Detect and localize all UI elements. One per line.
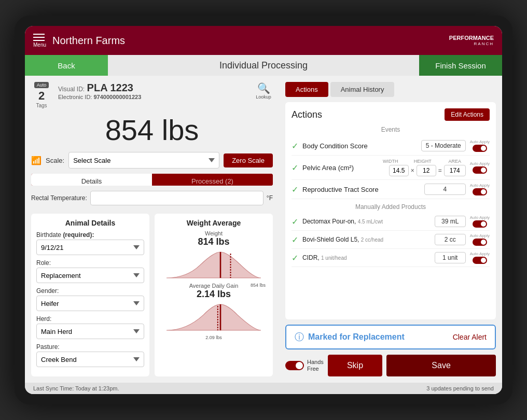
left-panel: Auto 2 Tags Visual ID: PLA 1223 Electron… [25, 76, 279, 383]
check-icon-bcs: ✓ [292, 141, 298, 151]
auto-badge: Auto [34, 82, 49, 88]
lookup-label: Lookup [256, 94, 271, 100]
product-name-cidr: CIDR, 1 unit/head [302, 254, 431, 261]
herd-group: Herd: Main Herd [36, 315, 144, 339]
actions-header: Actions Edit Actions [292, 108, 490, 121]
toggle-pelvic[interactable] [473, 166, 487, 174]
product-dose-dectomax: 4.5 mL/cwt [358, 219, 383, 225]
product-unit-bovishield: cc [450, 236, 456, 243]
visual-id-value: PLA 1223 [87, 82, 133, 93]
event-name-rts: Reproductive Tract Score [302, 186, 420, 193]
role-select[interactable]: Replacement [36, 268, 144, 283]
tab-details[interactable]: Details [31, 174, 152, 186]
pasture-group: Pasture: Creek Bend [36, 343, 144, 367]
birthdate-label: Birthdate (required): [36, 231, 144, 239]
scale-select[interactable]: Select Scale [68, 152, 219, 169]
weight-chart-label: Weight [160, 230, 268, 236]
tab-animal-history[interactable]: Animal History [330, 82, 395, 97]
event-value-bcs[interactable]: 5 - Moderate [421, 140, 466, 151]
toggle-dectomax[interactable] [473, 220, 487, 228]
tab-processed[interactable]: Processed (2) [152, 174, 273, 186]
alert-text: Marked for Replacement [308, 332, 405, 342]
header-left: Menu Northern Farms [33, 34, 125, 48]
product-unit-cidr: unit [448, 254, 457, 261]
toggle-bovishield[interactable] [473, 239, 487, 246]
edit-actions-button[interactable]: Edit Actions [445, 108, 490, 121]
clear-alert-button[interactable]: Clear Alert [453, 333, 487, 341]
animal-details-panel: Animal Details Birthdate (required): 9/1… [31, 214, 149, 376]
wifi-icon: 📶 [31, 156, 41, 165]
tags-label: Tags [36, 103, 47, 108]
rectal-row: Rectal Temperature: °F [31, 191, 273, 205]
hamburger-icon [33, 34, 46, 41]
app-header: Menu Northern Farms PERFORMANCE RANCH [25, 26, 502, 55]
pelvic-area-result: 174 [444, 165, 466, 176]
page-title: Individual Processing [108, 55, 419, 76]
pelvic-width-input[interactable] [389, 165, 409, 176]
role-group: Role: Replacement [36, 259, 144, 283]
product-dose-cidr: 1 unit/head [321, 255, 347, 261]
lookup-button[interactable]: 🔍 Lookup [254, 82, 273, 100]
two-column-area: Animal Details Birthdate (required): 9/1… [31, 214, 273, 376]
pelvic-height-label: HEIGHT [413, 159, 433, 164]
product-value-dectomax: 39 mL [435, 216, 466, 227]
pelvic-x-sep: × [411, 167, 414, 174]
event-value-rts[interactable]: 4 [424, 184, 466, 195]
pasture-select[interactable]: Creek Bend [36, 352, 144, 367]
check-icon-bovishield: ✓ [292, 235, 298, 245]
herd-select[interactable]: Main Herd [36, 324, 144, 339]
electronic-id-value: 974000000001223 [93, 94, 141, 100]
toggle-rts[interactable] [473, 188, 487, 195]
auto-apply-label-cidr: Auto Apply [470, 251, 490, 256]
role-label: Role: [36, 259, 144, 267]
device-frame: Menu Northern Farms PERFORMANCE RANCH Ba… [15, 16, 512, 404]
back-button[interactable]: Back [25, 55, 108, 76]
pending-status: 3 updates pending to send [426, 385, 494, 391]
auto-apply-label-pelvic: Auto Apply [470, 161, 490, 166]
skip-button[interactable]: Skip [328, 355, 382, 376]
app-title: Northern Farms [52, 35, 125, 47]
herd-label: Herd: [36, 315, 144, 323]
product-row-dectomax: ✓ Dectomax Pour-on, 4.5 mL/cwt 39 mL Aut… [292, 213, 490, 231]
auto-apply-bcs: Auto Apply [470, 139, 490, 152]
status-bar: Last Sync Time: Today at 1:23pm. 3 updat… [25, 383, 502, 394]
weight-avg-title: Weight Average [160, 219, 268, 227]
birthdate-select[interactable]: 9/12/21 [36, 240, 144, 255]
pelvic-height-input[interactable] [417, 165, 436, 176]
temp-unit: °F [267, 194, 273, 202]
actions-panel: Actions Edit Actions Events ✓ Body Condi… [285, 102, 496, 319]
auto-apply-label-dectomax: Auto Apply [470, 215, 490, 220]
electronic-id-row: Electronic ID: 974000000001223 [58, 94, 248, 100]
alert-icon: ⓘ [295, 331, 304, 343]
pelvic-inputs-row: × = 174 [389, 165, 466, 176]
product-name-dectomax: Dectomax Pour-on, 4.5 mL/cwt [302, 218, 431, 225]
events-section-label: Events [292, 126, 490, 133]
hands-free-switch[interactable] [285, 361, 304, 370]
rectal-input[interactable] [90, 191, 264, 205]
auto-apply-cidr: Auto Apply [470, 251, 490, 264]
save-button[interactable]: Save [386, 355, 496, 376]
animal-id-section: Auto 2 Tags Visual ID: PLA 1223 Electron… [31, 82, 273, 108]
logo-text: PERFORMANCE RANCH [449, 35, 494, 47]
event-row-bcs: ✓ Body Condition Score 5 - Moderate Auto… [292, 136, 490, 156]
tab-actions[interactable]: Actions [285, 82, 328, 97]
toggle-cidr[interactable] [473, 257, 487, 264]
adg-bell-curve: 2.09 lbs [160, 302, 268, 333]
weight-display: 854 lbs [31, 116, 273, 145]
gender-label: Gender: [36, 287, 144, 295]
left-tabs: Details Processed (2) [31, 174, 273, 186]
finish-session-button[interactable]: Finish Session [419, 55, 502, 76]
auto-apply-label-bcs: Auto Apply [470, 139, 490, 144]
toggle-bcs[interactable] [473, 145, 487, 152]
zero-scale-button[interactable]: Zero Scale [224, 153, 273, 167]
weight-avg-panel: Weight Average Weight 814 lbs [155, 214, 273, 376]
product-value-cidr: 1 unit [435, 252, 466, 263]
menu-button[interactable]: Menu [33, 34, 46, 48]
hands-free-toggle: Hands Free [285, 359, 324, 372]
gender-select[interactable]: Heifer [36, 296, 144, 311]
alert-left: ⓘ Marked for Replacement [295, 331, 405, 343]
check-icon-pelvic: ✓ [292, 163, 298, 173]
product-name-bovishield: Bovi-Shield Gold L5, 2 cc/head [302, 236, 431, 243]
gender-group: Gender: Heifer [36, 287, 144, 311]
visual-id-prefix: Visual ID: [58, 86, 85, 93]
